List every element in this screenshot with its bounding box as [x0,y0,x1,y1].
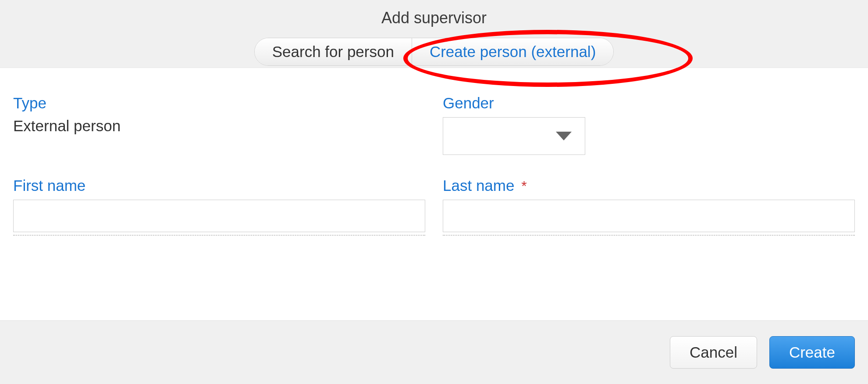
dialog-title: Add supervisor [0,9,868,27]
gender-label: Gender [443,94,855,112]
last-name-input[interactable] [443,200,855,232]
tab-create-label: Create person (external) [430,43,596,61]
field-last-name: Last name * [443,177,855,236]
tab-search-label: Search for person [272,43,394,61]
field-gender: Gender [443,94,855,155]
first-name-label: First name [13,177,425,194]
tab-search-for-person[interactable]: Search for person [255,38,412,65]
create-button[interactable]: Create [769,336,855,369]
input-underline [13,235,425,236]
input-underline [443,235,855,236]
first-name-input[interactable] [13,200,425,232]
tab-switch: Search for person Create person (externa… [254,38,614,66]
tab-create-person-external[interactable]: Create person (external) [412,38,613,65]
chevron-down-icon [556,132,572,140]
cancel-button[interactable]: Cancel [670,336,757,369]
field-type: Type External person [13,94,425,155]
gender-select[interactable] [443,117,585,155]
type-value: External person [13,117,425,135]
dialog-footer: Cancel Create [0,320,868,384]
form-body: Type External person Gender First name L… [0,68,868,320]
field-first-name: First name [13,177,425,236]
required-asterisk-icon: * [521,178,526,194]
type-label: Type [13,94,425,112]
last-name-label-text: Last name [443,177,514,194]
dialog-header: Add supervisor Search for person Create … [0,0,868,68]
last-name-label: Last name * [443,177,855,194]
